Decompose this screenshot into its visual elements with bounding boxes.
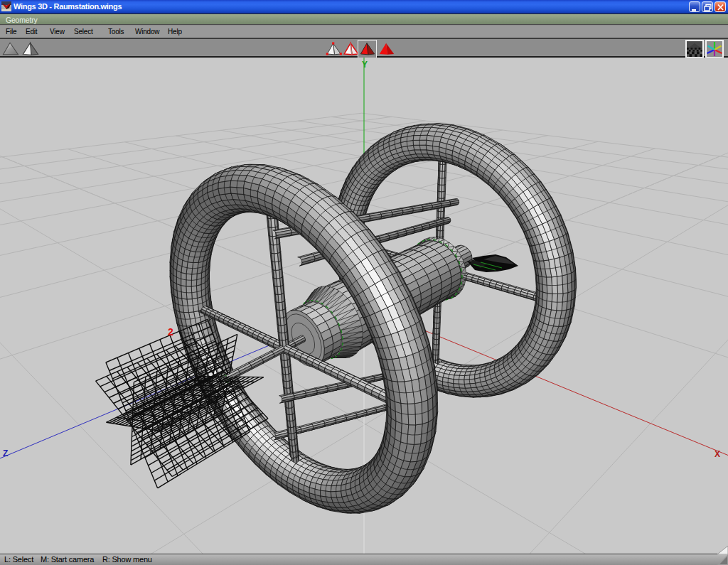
svg-text:Z: Z	[3, 448, 8, 458]
svg-text:Y: Y	[362, 60, 368, 70]
svg-text:X: X	[714, 449, 720, 459]
svg-text:2: 2	[168, 326, 173, 338]
